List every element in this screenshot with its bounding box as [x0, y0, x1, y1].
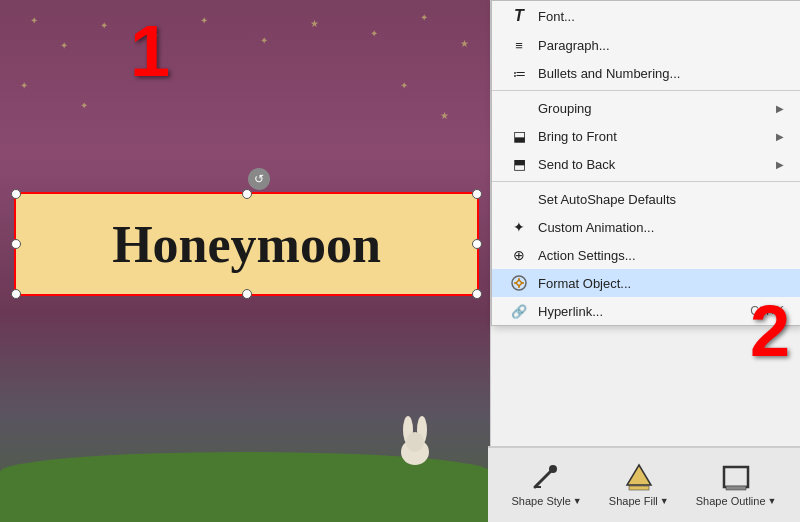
star: ★	[440, 110, 449, 121]
svg-marker-8	[627, 465, 651, 485]
menu-label-bring-front: Bring to Front	[538, 129, 776, 144]
menu-item-grouping[interactable]: Grouping ▶	[492, 94, 800, 122]
menu-label-send-back: Send to Back	[538, 157, 776, 172]
shape-outline-label: Shape Outline ▼	[696, 495, 777, 507]
rotation-handle[interactable]: ↺	[248, 168, 270, 190]
star: ★	[460, 38, 469, 49]
selection-handle-tl[interactable]	[11, 189, 21, 199]
separator-1	[492, 90, 800, 91]
action-settings-icon: ⊕	[508, 247, 530, 263]
arrow-icon-3: ▶	[776, 159, 784, 170]
menu-item-send-back[interactable]: ⬒ Send to Back ▶	[492, 150, 800, 178]
canvas-area: ✦ ✦ ✦ ★ ✦ ✦ ★ ✦ ✦ ★ ✦ ✦ ✦ ★ 1 ↺ Honeymoo…	[0, 0, 490, 522]
bring-front-icon: ⬓	[508, 128, 530, 144]
menu-label-custom-animation: Custom Animation...	[538, 220, 784, 235]
shape-fill-icon	[623, 463, 655, 491]
svg-rect-10	[724, 467, 748, 487]
menu-item-bring-front[interactable]: ⬓ Bring to Front ▶	[492, 122, 800, 150]
toolbar-shape-fill[interactable]: Shape Fill ▼	[601, 459, 677, 511]
selection-handle-br[interactable]	[472, 289, 482, 299]
arrow-icon: ▶	[776, 103, 784, 114]
format-object-icon	[508, 275, 530, 291]
animation-icon: ✦	[508, 219, 530, 235]
arrow-icon-2: ▶	[776, 131, 784, 142]
bunny-decoration	[390, 402, 440, 467]
send-back-icon: ⬒	[508, 156, 530, 172]
menu-item-paragraph[interactable]: ≡ Paragraph...	[492, 31, 800, 59]
bullets-icon: ≔	[508, 66, 530, 81]
selection-handle-tr[interactable]	[472, 189, 482, 199]
shape-outline-icon	[720, 463, 752, 491]
hyperlink-icon: 🔗	[508, 304, 530, 319]
selection-handle-tm[interactable]	[242, 189, 252, 199]
step-number-1: 1	[130, 10, 170, 92]
right-panel: T Font... ≡ Paragraph... ≔ Bullets and N…	[490, 0, 800, 522]
toolbar-shape-style[interactable]: Shape Style ▼	[504, 459, 590, 511]
selection-handle-bm[interactable]	[242, 289, 252, 299]
selection-handle-bl[interactable]	[11, 289, 21, 299]
star: ✦	[370, 28, 378, 39]
star: ✦	[30, 15, 38, 26]
selection-handle-mr[interactable]	[472, 239, 482, 249]
svg-point-6	[549, 465, 557, 473]
context-menu: T Font... ≡ Paragraph... ≔ Bullets and N…	[491, 0, 800, 326]
font-icon: T	[508, 7, 530, 25]
star: ✦	[200, 15, 208, 26]
star: ✦	[20, 80, 28, 91]
svg-rect-11	[726, 486, 746, 490]
menu-label-hyperlink: Hyperlink...	[538, 304, 730, 319]
star: ✦	[80, 100, 88, 111]
star: ✦	[60, 40, 68, 51]
shape-style-icon	[531, 463, 563, 491]
menu-label-format-object: Format Object...	[538, 276, 784, 291]
menu-item-custom-animation[interactable]: ✦ Custom Animation...	[492, 213, 800, 241]
menu-item-bullets[interactable]: ≔ Bullets and Numbering...	[492, 59, 800, 87]
star: ✦	[260, 35, 268, 46]
menu-item-action-settings[interactable]: ⊕ Action Settings...	[492, 241, 800, 269]
menu-label-autoshape: Set AutoShape Defaults	[538, 192, 784, 207]
separator-2	[492, 181, 800, 182]
star: ✦	[420, 12, 428, 23]
menu-label-paragraph: Paragraph...	[538, 38, 784, 53]
menu-item-autoshape[interactable]: Set AutoShape Defaults	[492, 185, 800, 213]
menu-label-bullets: Bullets and Numbering...	[538, 66, 784, 81]
paragraph-icon: ≡	[508, 38, 530, 53]
menu-label-grouping: Grouping	[538, 101, 776, 116]
selected-text-box[interactable]: Honeymoon	[14, 192, 479, 296]
shape-style-label: Shape Style ▼	[512, 495, 582, 507]
svg-rect-9	[629, 486, 649, 490]
step-number-2: 2	[750, 290, 790, 372]
star: ✦	[400, 80, 408, 91]
svg-point-3	[406, 432, 424, 452]
bottom-toolbar: Shape Style ▼ Shape Fill ▼ Shape Outline…	[488, 446, 800, 522]
star: ★	[310, 18, 319, 29]
honeymoon-label: Honeymoon	[112, 215, 381, 274]
menu-item-font[interactable]: T Font...	[492, 1, 800, 31]
selection-handle-ml[interactable]	[11, 239, 21, 249]
star: ✦	[100, 20, 108, 31]
shape-fill-label: Shape Fill ▼	[609, 495, 669, 507]
menu-label-font: Font...	[538, 9, 784, 24]
toolbar-shape-outline[interactable]: Shape Outline ▼	[688, 459, 785, 511]
menu-label-action-settings: Action Settings...	[538, 248, 784, 263]
